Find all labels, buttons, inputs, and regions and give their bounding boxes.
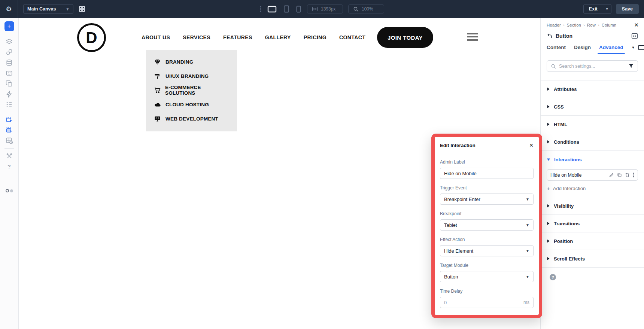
grid-clock-icon[interactable] <box>3 135 16 146</box>
edit-interaction-modal: Edit Interaction ✕ Admin Label Trigger E… <box>431 134 542 318</box>
magnifier-icon <box>353 6 359 12</box>
section-visibility[interactable]: Visibility <box>541 197 644 215</box>
caret-right-icon <box>547 222 550 225</box>
delete-trash-icon[interactable] <box>625 173 630 177</box>
dock-panel-icon[interactable] <box>631 33 638 39</box>
tools-icon[interactable] <box>3 151 16 161</box>
list-icon[interactable] <box>3 99 16 110</box>
interaction-item[interactable]: Hide on Mobile <box>547 169 638 181</box>
caret-down-icon <box>547 158 550 161</box>
menu-item-branding[interactable]: BRANDING <box>146 55 237 69</box>
nav-link-gallery[interactable]: GALLERY <box>265 34 291 40</box>
menu-item-cloud-hosting[interactable]: CLOUD HOSTING <box>146 97 237 112</box>
breadcrumb-header[interactable]: Header <box>547 23 561 27</box>
section-attributes[interactable]: Attributes <box>541 80 644 98</box>
help-icon[interactable]: ? <box>3 161 16 172</box>
section-transitions[interactable]: Transitions <box>541 215 644 232</box>
menu-item-web-development[interactable]: WEB DEVELOPMENT <box>146 112 237 126</box>
breakpoint-select[interactable]: Tablet ▼ <box>440 219 534 231</box>
join-today-button[interactable]: JOIN TODAY <box>377 27 433 48</box>
desktop-preview-icon[interactable] <box>638 45 644 50</box>
effect-action-select[interactable]: Hide Element ▼ <box>440 245 534 256</box>
more-options-icon[interactable] <box>633 173 634 177</box>
menu-item-ecommerce[interactable]: E-COMMERCE SOLUTIONS <box>146 83 237 97</box>
dev-monitor-icon <box>154 116 161 122</box>
trigger-event-select[interactable]: Breakpoint Enter ▼ <box>440 194 534 205</box>
section-html[interactable]: HTML <box>541 116 644 133</box>
target-module-select[interactable]: Button ▼ <box>440 271 534 282</box>
caret-right-icon <box>547 87 550 91</box>
add-interaction-button[interactable]: + Add Interaction <box>547 186 586 191</box>
settings-search <box>547 60 638 72</box>
nav-link-about[interactable]: ABOUT US <box>142 34 170 40</box>
toggle-dot-active <box>6 189 9 192</box>
nav-link-pricing[interactable]: PRICING <box>304 34 326 40</box>
filter-icon[interactable] <box>628 63 634 69</box>
hamburger-menu-icon[interactable] <box>467 33 478 43</box>
grid-view-icon[interactable] <box>79 6 85 12</box>
toggle-dot-inactive <box>10 189 13 192</box>
section-css[interactable]: CSS <box>541 98 644 116</box>
advanced-sections: Attributes CSS HTML Conditions Interacti… <box>541 80 644 268</box>
width-arrows-icon <box>312 6 318 12</box>
section-interactions[interactable]: Interactions <box>541 151 644 168</box>
copy-icon[interactable] <box>3 78 16 89</box>
exit-options-icon[interactable]: ▼ <box>603 4 611 13</box>
breadcrumb: Header› Section› Row› Column <box>541 18 644 27</box>
effect-action-label: Effect Action <box>440 237 534 242</box>
add-module-button[interactable]: + <box>4 21 14 31</box>
tab-content[interactable]: Content <box>547 41 566 54</box>
tablet-view-icon[interactable] <box>283 4 290 13</box>
wireframe-icon[interactable] <box>3 68 16 78</box>
settings-gear-icon[interactable]: ⚙ <box>0 0 18 18</box>
nav-link-features[interactable]: FEATURES <box>223 34 252 40</box>
admin-label-input[interactable] <box>444 171 529 176</box>
time-delay-field-wrap: ms <box>440 297 534 308</box>
time-delay-unit: ms <box>523 300 529 305</box>
section-conditions[interactable]: Conditions <box>541 133 644 151</box>
site-logo: D <box>77 23 106 52</box>
close-icon[interactable]: ✕ <box>634 22 639 28</box>
time-delay-input[interactable] <box>444 300 523 305</box>
exit-button[interactable]: Exit <box>584 4 603 13</box>
layers-icon[interactable] <box>3 36 16 47</box>
click-interaction-icon[interactable] <box>3 115 16 125</box>
edit-pencil-icon[interactable] <box>609 173 614 177</box>
zoom-control[interactable]: 100% <box>348 4 384 13</box>
canvas-width-value: 1393px <box>321 6 335 12</box>
chevron-down-icon[interactable]: ▼ <box>632 46 635 49</box>
cart-icon <box>154 87 161 94</box>
section-position[interactable]: Position <box>541 232 644 250</box>
save-button[interactable]: Save <box>616 4 639 14</box>
breakpoint-label: Breakpoint <box>440 211 534 216</box>
breadcrumb-column[interactable]: Column <box>602 23 617 27</box>
phone-view-icon[interactable] <box>295 5 302 13</box>
multi-interaction-icon[interactable] <box>3 125 16 135</box>
back-arrow-icon[interactable] <box>547 33 552 39</box>
search-input[interactable] <box>559 64 625 69</box>
menu-item-uiux-branding[interactable]: UI/UX BRANDING <box>146 69 237 83</box>
view-toggle[interactable] <box>6 189 13 192</box>
canvas-select-dropdown[interactable]: Main Canvas ▼ <box>23 4 73 14</box>
desktop-view-icon[interactable] <box>267 5 277 13</box>
duplicate-icon[interactable] <box>617 173 622 177</box>
database-icon[interactable] <box>3 57 16 68</box>
breadcrumb-row[interactable]: Row <box>587 23 596 27</box>
panel-help-icon[interactable]: ? <box>550 274 556 280</box>
left-sidebar: + <box>0 18 19 329</box>
nav-link-services[interactable]: SERVICES <box>183 34 210 40</box>
zoom-value: 100% <box>362 6 373 12</box>
close-icon[interactable]: ✕ <box>529 142 534 148</box>
tab-advanced[interactable]: Advanced <box>599 41 623 54</box>
shapes-icon[interactable] <box>3 47 16 57</box>
breadcrumb-section[interactable]: Section <box>567 23 581 27</box>
tab-design[interactable]: Design <box>574 41 591 54</box>
section-scroll-effects[interactable]: Scroll Effects <box>541 250 644 268</box>
canvas-width-control[interactable]: 1393px <box>307 4 343 13</box>
more-options-icon[interactable] <box>260 6 261 12</box>
nav-link-contact[interactable]: CONTACT <box>339 34 365 40</box>
lightning-icon[interactable] <box>3 89 16 99</box>
chevron-down-icon: ▼ <box>66 7 69 11</box>
chevron-down-icon: ▼ <box>526 275 529 279</box>
plus-icon: + <box>547 186 550 191</box>
